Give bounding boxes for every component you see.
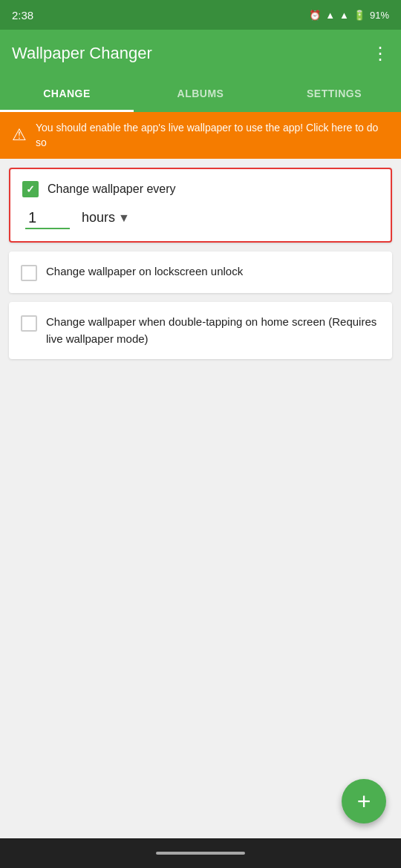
tab-change[interactable]: CHANGE (0, 77, 134, 110)
tab-settings[interactable]: SETTINGS (267, 77, 401, 110)
interval-row: hours ▼ (22, 206, 379, 229)
interval-unit-select[interactable]: hours ▼ (82, 210, 130, 226)
lockscreen-checkbox[interactable] (21, 265, 37, 281)
tab-albums[interactable]: ALBUMS (134, 77, 267, 110)
status-icons: ⏰ ▲ ▲ 🔋 91% (309, 10, 389, 21)
wifi-icon: ▲ (325, 10, 335, 21)
warning-banner[interactable]: ⚠ You should enable the app's live wallp… (0, 112, 401, 159)
change-every-checkbox[interactable] (22, 181, 39, 197)
double-tap-checkbox[interactable] (21, 315, 37, 332)
battery-icon: 🔋 (353, 10, 365, 21)
status-time: 2:38 (12, 9, 33, 22)
add-icon: + (357, 788, 371, 815)
double-tap-row: Change wallpaper when double-tapping on … (21, 314, 380, 347)
status-bar: 2:38 ⏰ ▲ ▲ 🔋 91% (0, 0, 401, 30)
more-options-icon[interactable]: ⋮ (371, 43, 389, 64)
warning-text: You should enable the app's live wallpap… (36, 121, 389, 150)
dropdown-arrow-icon: ▼ (118, 211, 130, 225)
interval-value-input[interactable] (25, 206, 70, 229)
interval-unit-label: hours (82, 210, 115, 226)
lockscreen-row: Change wallpaper on lockscreen unlock (21, 263, 380, 281)
lockscreen-label: Change wallpaper on lockscreen unlock (46, 263, 243, 280)
lockscreen-card: Change wallpaper on lockscreen unlock (9, 251, 392, 293)
battery-percent: 91% (370, 10, 389, 21)
double-tap-card: Change wallpaper when double-tapping on … (9, 302, 392, 359)
home-indicator (156, 852, 245, 855)
app-bar: Wallpaper Changer ⋮ (0, 30, 401, 77)
warning-icon: ⚠ (12, 124, 27, 147)
alarm-icon: ⏰ (309, 10, 321, 21)
bottom-nav-bar (0, 838, 401, 868)
tab-bar: CHANGE ALBUMS SETTINGS (0, 77, 401, 112)
change-every-card: Change wallpaper every hours ▼ (9, 168, 392, 243)
change-every-row: Change wallpaper every (22, 181, 379, 197)
content-area: Change wallpaper every hours ▼ Change wa… (0, 159, 401, 377)
double-tap-label: Change wallpaper when double-tapping on … (46, 314, 380, 347)
change-every-label: Change wallpaper every (48, 183, 176, 196)
app-title: Wallpaper Changer (12, 44, 152, 63)
add-fab-button[interactable]: + (342, 779, 386, 823)
signal-icon: ▲ (339, 10, 349, 21)
